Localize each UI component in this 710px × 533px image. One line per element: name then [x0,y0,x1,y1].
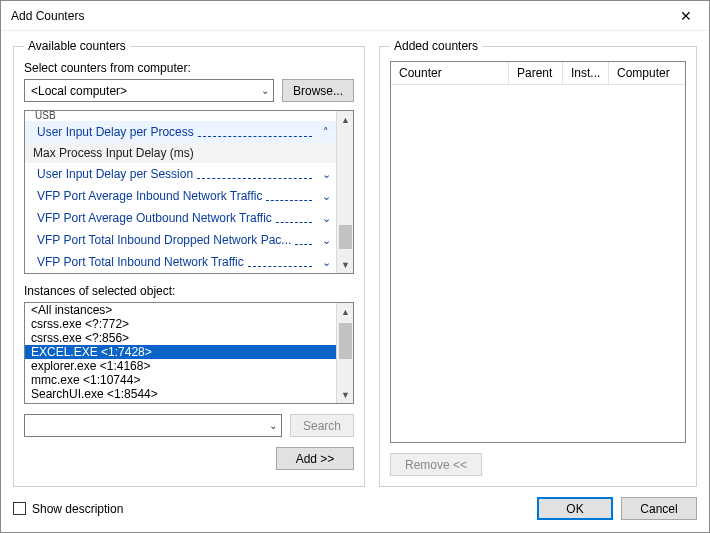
column-header-inst[interactable]: Inst... [563,62,609,85]
close-button[interactable]: ✕ [663,1,709,31]
instance-item[interactable]: csrss.exe <?:856> [25,331,336,345]
dialog-footer: Show description OK Cancel [1,497,709,532]
instance-item[interactable]: mmc.exe <1:10744> [25,373,336,387]
window-title: Add Counters [11,9,84,23]
add-button[interactable]: Add >> [276,447,354,470]
chevron-up-icon: ˄ [320,126,332,139]
titlebar: Add Counters ✕ [1,1,709,31]
counters-scrollbar[interactable]: ▲ ▼ [336,111,353,273]
counter-category-label: VFP Port Total Inbound Network Traffic [37,255,244,269]
counter-category[interactable]: User Input Delay per Session⌄ [25,163,336,185]
add-counters-window: Add Counters ✕ Available counters Select… [0,0,710,533]
instances-label: Instances of selected object: [24,284,354,298]
counter-category-label: VFP Port Average Outbound Network Traffi… [37,211,272,225]
counter-category-label: User Input Delay per Session [37,167,193,181]
added-counters-table[interactable]: Counter Parent Inst... Computer [390,61,686,443]
chevron-down-icon: ⌄ [269,420,277,431]
instances-list[interactable]: <All instances>csrss.exe <?:772>csrss.ex… [24,302,354,404]
computer-combobox[interactable]: <Local computer> ⌄ [24,79,274,102]
column-header-counter[interactable]: Counter [391,62,509,85]
counter-category[interactable]: VFP Port Total Inbound Network Traffic⌄ [25,251,336,273]
scroll-up-icon[interactable]: ▲ [337,111,354,128]
table-header: Counter Parent Inst... Computer [391,62,685,85]
search-button[interactable]: Search [290,414,354,437]
chevron-down-icon: ⌄ [320,212,332,225]
counter-category-label: VFP Port Average Inbound Network Traffic [37,189,262,203]
select-computer-label: Select counters from computer: [24,61,354,75]
scrollbar-thumb[interactable] [339,225,352,249]
counter-category[interactable]: VFP Port Average Inbound Network Traffic… [25,185,336,207]
show-description-label: Show description [32,502,123,516]
checkbox-icon [13,502,26,515]
added-counters-legend: Added counters [390,39,482,53]
counter-category[interactable]: USB [25,111,336,121]
instance-item[interactable]: explorer.exe <1:4168> [25,359,336,373]
instance-item[interactable]: SearchUI.exe <1:8544> [25,387,336,401]
counters-list[interactable]: USBUser Input Delay per Process˄Max Proc… [24,110,354,274]
scroll-up-icon[interactable]: ▲ [337,303,354,320]
chevron-down-icon: ⌄ [320,168,332,181]
remove-button[interactable]: Remove << [390,453,482,476]
added-counters-group: Added counters Counter Parent Inst... Co… [379,39,697,487]
chevron-down-icon: ⌄ [320,234,332,247]
instances-scrollbar[interactable]: ▲ ▼ [336,303,353,403]
instance-item[interactable]: ShellExperienceHost.exe <1:8420> [25,401,336,403]
browse-button[interactable]: Browse... [282,79,354,102]
chevron-down-icon: ⌄ [261,85,269,96]
column-header-computer[interactable]: Computer [609,62,685,85]
counter-item[interactable]: Max Process Input Delay (ms) [25,143,336,163]
instance-item[interactable]: EXCEL.EXE <1:7428> [25,345,336,359]
scrollbar-thumb[interactable] [339,323,352,359]
counter-category[interactable]: User Input Delay per Process˄ [25,121,336,143]
counter-category-label: User Input Delay per Process [37,125,194,139]
instance-item[interactable]: csrss.exe <?:772> [25,317,336,331]
show-description-checkbox[interactable]: Show description [13,502,123,516]
column-header-parent[interactable]: Parent [509,62,563,85]
chevron-down-icon: ⌄ [320,256,332,269]
instance-item[interactable]: <All instances> [25,303,336,317]
available-counters-group: Available counters Select counters from … [13,39,365,487]
instance-search-combobox[interactable]: ⌄ [24,414,282,437]
available-counters-legend: Available counters [24,39,130,53]
close-icon: ✕ [680,9,692,23]
cancel-button[interactable]: Cancel [621,497,697,520]
scroll-down-icon[interactable]: ▼ [337,256,354,273]
counter-category-label: VFP Port Total Inbound Dropped Network P… [37,233,291,247]
chevron-down-icon: ⌄ [320,190,332,203]
counter-category[interactable]: VFP Port Average Outbound Network Traffi… [25,207,336,229]
ok-button[interactable]: OK [537,497,613,520]
counter-category[interactable]: VFP Port Total Inbound Dropped Network P… [25,229,336,251]
computer-combobox-value: <Local computer> [31,84,127,98]
scroll-down-icon[interactable]: ▼ [337,386,354,403]
dialog-body: Available counters Select counters from … [1,31,709,497]
